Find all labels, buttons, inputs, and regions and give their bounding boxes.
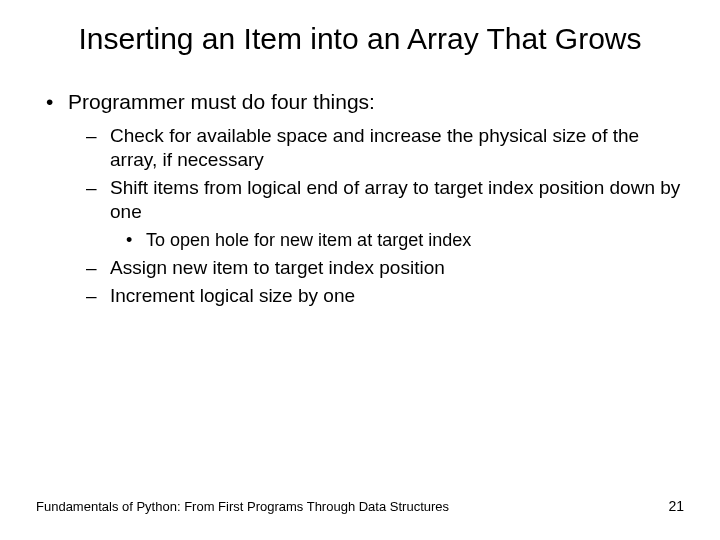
- slide-title: Inserting an Item into an Array That Gro…: [50, 20, 670, 58]
- bullet-l2: Check for available space and increase t…: [68, 124, 684, 173]
- bullet-l2-text: Shift items from logical end of array to…: [110, 177, 680, 222]
- bullet-l1-text: Programmer must do four things:: [68, 90, 375, 113]
- bullet-l2-text: Check for available space and increase t…: [110, 125, 639, 170]
- bullet-l2-text: Increment logical size by one: [110, 285, 355, 306]
- bullet-l2: Shift items from logical end of array to…: [68, 176, 684, 252]
- bullet-l2-text: Assign new item to target index position: [110, 257, 445, 278]
- bullet-l2: Assign new item to target index position: [68, 256, 684, 280]
- page-number: 21: [668, 498, 684, 514]
- footer-source: Fundamentals of Python: From First Progr…: [36, 499, 449, 514]
- bullet-l3: To open hole for new item at target inde…: [110, 229, 684, 252]
- bullet-l2: Increment logical size by one: [68, 284, 684, 308]
- slide-footer: Fundamentals of Python: From First Progr…: [36, 498, 684, 514]
- bullet-l3-text: To open hole for new item at target inde…: [146, 230, 471, 250]
- bullet-l1: Programmer must do four things: Check fo…: [36, 90, 684, 309]
- slide-content: Programmer must do four things: Check fo…: [0, 90, 720, 309]
